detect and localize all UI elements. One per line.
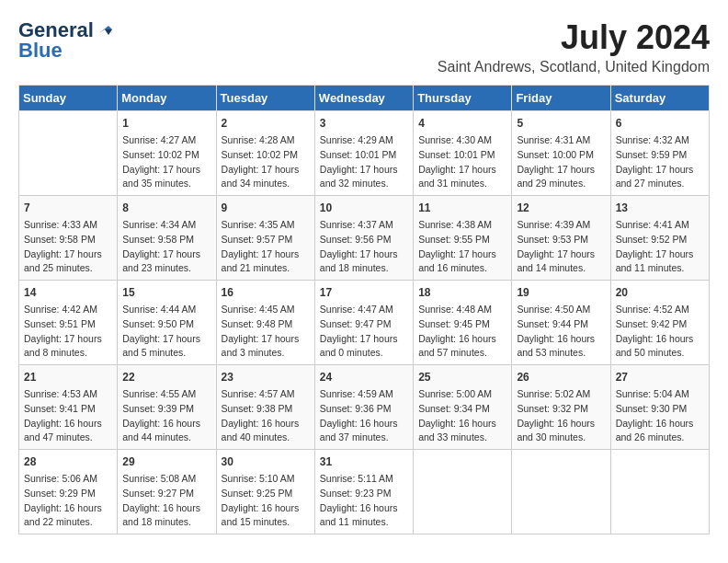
cell-text: Daylight: 17 hours [320,163,408,178]
day-number: 3 [320,115,408,132]
cell-text: and 32 minutes. [320,177,408,191]
cell-text: Sunset: 9:36 PM [320,402,408,417]
cell-text: Sunset: 9:39 PM [122,402,210,417]
cell-text: Daylight: 17 hours [616,163,704,178]
day-number: 4 [418,115,506,132]
cell-text: Sunrise: 4:28 AM [222,133,310,148]
day-number: 28 [24,454,112,470]
cell-text: Sunset: 9:59 PM [616,148,704,163]
cell-text: Daylight: 17 hours [222,247,310,262]
cell-text: and 11 minutes. [320,515,408,530]
cell-text: Sunrise: 4:29 AM [320,133,408,148]
cell-text: Sunset: 9:27 PM [122,487,210,501]
cell-text: Sunrise: 4:33 AM [24,218,112,233]
day-number: 21 [24,369,112,385]
cell-text: Sunrise: 5:04 AM [616,387,704,402]
cell-text: and 21 minutes. [222,261,310,276]
cell-text: Sunrise: 4:55 AM [122,387,210,402]
calendar-cell: 19Sunrise: 4:50 AMSunset: 9:44 PMDayligh… [512,281,610,365]
cell-text: Daylight: 17 hours [320,247,408,262]
calendar-cell: 10Sunrise: 4:37 AMSunset: 9:56 PMDayligh… [314,196,413,281]
day-number: 31 [320,454,408,470]
day-number: 23 [222,369,310,385]
cell-text: Sunset: 9:51 PM [24,317,112,332]
calendar-cell: 31Sunrise: 5:11 AMSunset: 9:23 PMDayligh… [314,450,413,534]
logo-blue: Blue [18,39,63,63]
header-thursday: Thursday [414,86,512,111]
calendar-cell: 17Sunrise: 4:47 AMSunset: 9:47 PMDayligh… [314,281,413,365]
cell-text: Daylight: 16 hours [418,417,506,431]
calendar-cell: 27Sunrise: 5:04 AMSunset: 9:30 PMDayligh… [610,365,709,450]
cell-text: Sunrise: 4:44 AM [122,303,210,317]
calendar-cell: 15Sunrise: 4:44 AMSunset: 9:50 PMDayligh… [118,281,216,365]
calendar-cell: 4Sunrise: 4:30 AMSunset: 10:01 PMDayligh… [414,111,512,196]
day-number: 18 [418,284,506,301]
day-number: 2 [222,115,310,132]
day-number: 27 [616,369,704,385]
cell-text: Sunset: 9:58 PM [122,233,210,247]
cell-text: and 40 minutes. [222,431,310,445]
cell-text: Sunset: 9:53 PM [517,233,605,247]
calendar-cell: 24Sunrise: 4:59 AMSunset: 9:36 PMDayligh… [314,365,413,450]
calendar-cell: 16Sunrise: 4:45 AMSunset: 9:48 PMDayligh… [216,281,314,365]
header-sunday: Sunday [19,86,118,111]
cell-text: Daylight: 17 hours [320,332,408,347]
calendar-week-row: 7Sunrise: 4:33 AMSunset: 9:58 PMDaylight… [19,196,710,281]
calendar-cell: 14Sunrise: 4:42 AMSunset: 9:51 PMDayligh… [19,281,118,365]
cell-text: and 29 minutes. [517,177,605,191]
day-number: 17 [320,284,408,301]
calendar-cell: 11Sunrise: 4:38 AMSunset: 9:55 PMDayligh… [414,196,512,281]
calendar-cell: 23Sunrise: 4:57 AMSunset: 9:38 PMDayligh… [216,365,314,450]
day-number: 11 [418,200,506,216]
cell-text: Sunset: 9:38 PM [222,402,310,417]
cell-text: Sunset: 10:02 PM [122,148,210,163]
cell-text: and 18 minutes. [122,515,210,530]
header-friday: Friday [512,86,610,111]
calendar-cell: 12Sunrise: 4:39 AMSunset: 9:53 PMDayligh… [512,196,610,281]
cell-text: Sunrise: 4:59 AM [320,387,408,402]
cell-text: Sunset: 10:01 PM [320,148,408,163]
cell-text: Daylight: 17 hours [122,247,210,262]
cell-text: and 57 minutes. [418,346,506,361]
calendar-cell [414,450,512,534]
cell-text: and 8 minutes. [24,346,112,361]
day-number: 15 [122,284,210,301]
calendar-header-row: SundayMondayTuesdayWednesdayThursdayFrid… [19,86,710,111]
month-year-title: July 2024 [438,18,710,57]
cell-text: Sunrise: 4:27 AM [122,133,210,148]
cell-text: Sunset: 9:42 PM [616,317,704,332]
calendar-cell [610,450,709,534]
cell-text: Sunrise: 4:30 AM [418,133,506,148]
cell-text: Sunrise: 4:53 AM [24,387,112,402]
header-saturday: Saturday [610,86,709,111]
cell-text: and 35 minutes. [122,177,210,191]
cell-text: Daylight: 16 hours [517,417,605,431]
calendar-cell: 9Sunrise: 4:35 AMSunset: 9:57 PMDaylight… [216,196,314,281]
cell-text: Daylight: 17 hours [418,163,506,178]
cell-text: and 0 minutes. [320,346,408,361]
cell-text: Sunrise: 4:45 AM [222,303,310,317]
cell-text: Sunset: 9:58 PM [24,233,112,247]
cell-text: Sunrise: 4:34 AM [122,218,210,233]
calendar-cell: 5Sunrise: 4:31 AMSunset: 10:00 PMDayligh… [512,111,610,196]
day-number: 7 [24,200,112,216]
cell-text: Daylight: 16 hours [517,332,605,347]
cell-text: Sunrise: 4:37 AM [320,218,408,233]
calendar-week-row: 28Sunrise: 5:06 AMSunset: 9:29 PMDayligh… [19,450,710,534]
cell-text: Sunrise: 4:38 AM [418,218,506,233]
cell-text: Daylight: 17 hours [122,163,210,178]
svg-marker-1 [105,29,112,35]
calendar-cell: 1Sunrise: 4:27 AMSunset: 10:02 PMDayligh… [118,111,216,196]
day-number: 30 [222,454,310,470]
day-number: 16 [222,284,310,301]
calendar-week-row: 14Sunrise: 4:42 AMSunset: 9:51 PMDayligh… [19,281,710,365]
cell-text: Sunrise: 4:57 AM [222,387,310,402]
cell-text: and 34 minutes. [222,177,310,191]
cell-text: Daylight: 17 hours [122,332,210,347]
day-number: 24 [320,369,408,385]
cell-text: and 30 minutes. [517,431,605,445]
header-tuesday: Tuesday [216,86,314,111]
cell-text: Sunset: 9:45 PM [418,317,506,332]
day-number: 25 [418,369,506,385]
cell-text: Sunset: 10:00 PM [517,148,605,163]
